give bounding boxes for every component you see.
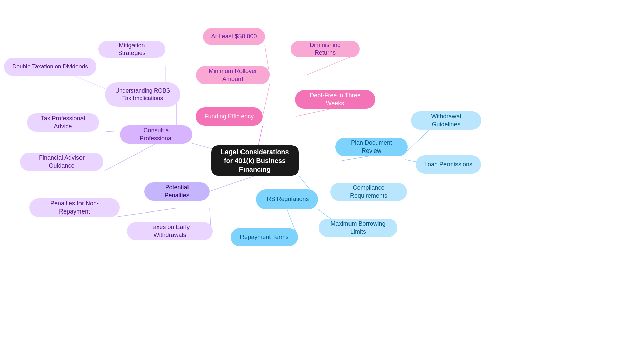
- diminishing-returns-node: Diminishing Returns: [291, 41, 360, 57]
- svg-line-9: [405, 129, 430, 153]
- svg-line-17: [105, 143, 156, 171]
- svg-line-1: [342, 156, 369, 161]
- at-least-50k-node: At Least $50,000: [203, 28, 265, 45]
- svg-line-15: [118, 208, 177, 217]
- funding-efficiency-node: Funding Efficiency: [196, 107, 263, 126]
- mitigation-strategies-node: Mitigation Strategies: [98, 41, 165, 58]
- compliance-req-node: Compliance Requirements: [330, 183, 407, 201]
- center-node: Legal Considerations for 401(k) Business…: [211, 145, 299, 176]
- irs-regulations-node: IRS Regulations: [256, 189, 318, 209]
- debt-free-node: Debt-Free in Three Weeks: [295, 90, 375, 109]
- double-taxation-node: Double Taxation on Dividends: [4, 58, 96, 76]
- loan-permissions-node: Loan Permissions: [416, 155, 481, 174]
- minimum-rollover-node: Minimum Rollover Amount: [196, 66, 270, 84]
- repayment-terms-node: Repayment Terms: [231, 228, 298, 246]
- withdrawal-guidelines-node: Withdrawal Guidelines: [411, 111, 481, 130]
- svg-line-3: [210, 176, 255, 191]
- svg-line-5: [263, 84, 270, 116]
- svg-line-7: [307, 57, 350, 75]
- understanding-robs-node: Understanding ROBS Tax Implications: [105, 82, 180, 107]
- svg-line-8: [296, 108, 333, 116]
- financial-advisor-node: Financial Advisor Guidance: [20, 153, 103, 171]
- penalties-non-node: Penalties for Non-Repayment: [29, 198, 120, 217]
- max-borrowing-node: Maximum Borrowing Limits: [319, 219, 397, 237]
- consult-professional-node: Consult a Professional: [120, 125, 192, 144]
- plan-document-node: Plan Document Review: [335, 138, 408, 156]
- taxes-early-node: Taxes on Early Withdrawals: [127, 222, 213, 240]
- tax-professional-node: Tax Professional Advice: [27, 113, 99, 132]
- potential-penalties-node: Potential Penalties: [144, 182, 210, 201]
